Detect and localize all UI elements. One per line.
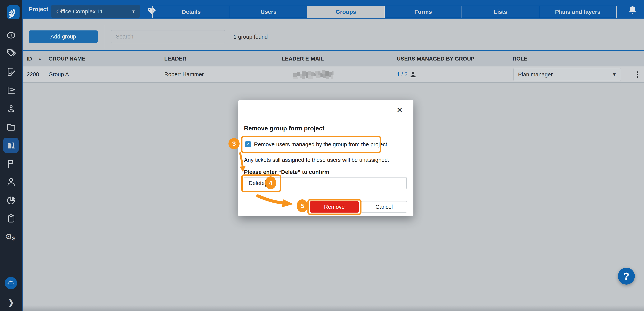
role-dropdown[interactable]: Plan manager ▼ — [514, 68, 621, 81]
users-managed-link[interactable]: 1 / 3 — [397, 66, 408, 82]
cell-leader-email-redacted — [293, 69, 338, 80]
chevron-down-icon: ▾ — [132, 8, 135, 14]
user-silhouette-icon — [410, 66, 416, 82]
pixelated-email-blur — [293, 69, 338, 80]
sidebar-item-users[interactable] — [0, 177, 22, 187]
dashboard-gauge-icon — [6, 30, 16, 41]
bottom-shadow — [22, 305, 644, 311]
cell-leader: Robert Hammer — [164, 66, 204, 82]
app-window: ⚙⚙ ❯ Project Office Complex 11 ▾ — [0, 0, 644, 311]
sidebar: ⚙⚙ ❯ — [0, 0, 22, 311]
text-cursor — [265, 180, 266, 187]
sidebar-expand-button[interactable]: ❯ — [0, 298, 22, 307]
project-label: Project — [29, 6, 48, 12]
sidebar-item-files[interactable] — [0, 122, 22, 133]
pie-chart-icon — [6, 195, 16, 206]
search-input[interactable] — [111, 30, 226, 43]
confirm-instruction: Please enter “Delete” to confirm — [244, 169, 329, 175]
column-header-role[interactable]: ROLE — [512, 51, 528, 66]
row-menu-button[interactable] — [634, 70, 641, 79]
building-icon — [6, 140, 16, 150]
column-header-group-name[interactable]: GROUP NAME — [48, 51, 85, 66]
sidebar-item-tags[interactable] — [0, 48, 22, 59]
groups-table-header: ID ▲ GROUP NAME LEADER LEADER E-MAIL USE… — [23, 50, 644, 66]
sidebar-item-projects-active[interactable] — [3, 138, 18, 153]
confirm-input[interactable]: Delete — [244, 177, 407, 189]
project-tabs: Details Users Groups Forms Lists Plans a… — [152, 6, 616, 18]
column-header-leader-email[interactable]: LEADER E-MAIL — [282, 51, 324, 66]
robot-icon — [6, 279, 16, 288]
notifications-button[interactable] — [627, 4, 638, 16]
cancel-button[interactable]: Cancel — [361, 201, 407, 213]
table-row: 2208 Group A Robert Hammer — [23, 66, 644, 83]
chart-icon — [6, 85, 16, 96]
document-edit-icon — [6, 66, 16, 77]
sidebar-item-dashboard[interactable] — [0, 30, 22, 41]
sidebar-item-reports[interactable] — [0, 195, 22, 206]
app-logo[interactable] — [7, 5, 20, 19]
gear-small-icon: ⚙ — [11, 236, 16, 242]
column-header-leader[interactable]: LEADER — [164, 51, 186, 66]
tab-groups[interactable]: Groups — [308, 6, 385, 18]
add-group-button[interactable]: Add group — [29, 30, 98, 43]
tab-plans-and-layers[interactable]: Plans and layers — [539, 6, 616, 18]
chevron-down-icon: ▼ — [612, 72, 616, 77]
tab-lists[interactable]: Lists — [462, 6, 539, 18]
tab-details[interactable]: Details — [152, 6, 230, 18]
role-dropdown-value: Plan manager — [518, 71, 612, 78]
checkbox-label[interactable]: Remove users managed by the group from t… — [254, 141, 389, 148]
sidebar-item-forms[interactable] — [0, 66, 22, 77]
help-button[interactable]: ? — [618, 268, 635, 285]
sort-ascending-icon[interactable]: ▲ — [38, 51, 42, 66]
toolbar-divider — [105, 25, 105, 49]
folder-icon — [6, 122, 16, 133]
close-icon[interactable]: ✕ — [396, 106, 403, 114]
result-count: 1 group found — [234, 34, 268, 40]
assistant-button[interactable] — [5, 277, 17, 289]
confirm-input-value: Delete — [248, 180, 265, 186]
person-location-icon — [6, 103, 16, 114]
bell-icon — [627, 4, 638, 16]
sidebar-item-settings[interactable]: ⚙⚙ — [0, 232, 22, 241]
tab-users[interactable]: Users — [230, 6, 307, 18]
tab-forms[interactable]: Forms — [385, 6, 462, 18]
sidebar-item-tasks[interactable] — [0, 213, 22, 224]
remove-group-modal: ✕ Remove group form project ✓ Remove use… — [238, 100, 414, 216]
column-header-users-managed[interactable]: USERS MANAGED BY GROUP — [397, 51, 474, 66]
flag-icon — [6, 158, 16, 169]
tags-icon — [6, 48, 16, 59]
clipboard-icon — [6, 213, 16, 224]
remove-users-checkbox[interactable]: ✓ — [245, 141, 251, 147]
step-badge-3: 3 — [228, 138, 240, 149]
user-icon — [6, 177, 16, 187]
modal-title: Remove group form project — [244, 125, 324, 132]
topbar: Project Office Complex 11 ▾ Details User… — [22, 0, 644, 18]
sidebar-item-statistics[interactable] — [0, 85, 22, 96]
cell-group-id: 2208 — [27, 66, 39, 82]
sidebar-item-site-presence[interactable] — [0, 103, 22, 114]
chevron-right-icon: ❯ — [8, 298, 14, 307]
logo-swirl-icon — [8, 6, 18, 18]
column-header-id[interactable]: ID — [27, 51, 32, 66]
project-dropdown[interactable]: Office Complex 11 ▾ — [51, 5, 140, 18]
sidebar-accent-stripe — [22, 0, 23, 311]
check-icon: ✓ — [246, 142, 250, 147]
sidebar-item-flags[interactable] — [0, 158, 22, 169]
modal-note: Any tickets still assigned to these user… — [244, 157, 389, 163]
question-mark-icon: ? — [623, 270, 630, 282]
project-dropdown-value: Office Complex 11 — [56, 8, 132, 15]
remove-button[interactable]: Remove — [310, 201, 358, 213]
cell-group-name: Group A — [48, 66, 69, 82]
